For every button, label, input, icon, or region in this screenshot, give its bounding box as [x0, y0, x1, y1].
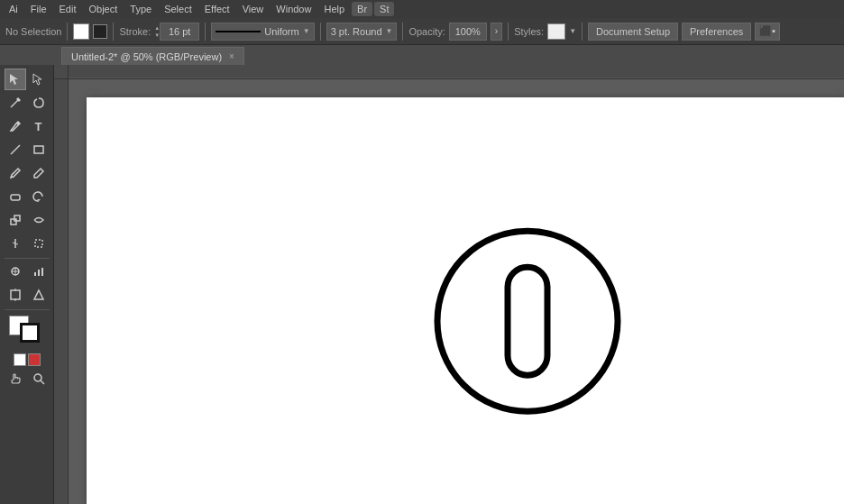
document-tab[interactable]: Untitled-2* @ 50% (RGB/Preview) ×	[61, 47, 244, 65]
svg-rect-14	[35, 240, 42, 247]
opacity-expand-btn[interactable]: ›	[491, 23, 502, 41]
tool-row-6	[2, 186, 51, 207]
tool-row-4	[2, 139, 51, 160]
separator-4	[320, 23, 321, 41]
stroke-type-label: Uniform	[264, 26, 299, 37]
none-swatch[interactable]	[14, 353, 26, 366]
color-swatch-small[interactable]	[28, 353, 41, 366]
tool-row-hand-zoom	[2, 368, 51, 389]
line-tool[interactable]	[5, 139, 26, 160]
arrange-button[interactable]: ⬛▪	[755, 23, 780, 41]
menu-st[interactable]: St	[374, 2, 394, 16]
menu-type[interactable]: Type	[124, 2, 157, 16]
scale-tool[interactable]	[5, 209, 26, 231]
round-arrow: ▼	[386, 27, 393, 35]
svg-line-5	[11, 145, 20, 154]
menu-view[interactable]: View	[237, 2, 270, 16]
slice-tool[interactable]	[28, 284, 50, 306]
separator-2	[113, 23, 114, 41]
separator-7	[582, 23, 583, 41]
menu-file[interactable]: File	[25, 2, 52, 16]
tab-title: Untitled-2* @ 50% (RGB/Preview)	[71, 51, 222, 62]
svg-rect-8	[11, 195, 20, 200]
eraser-tool[interactable]	[5, 186, 26, 207]
svg-marker-0	[10, 74, 18, 85]
preferences-button[interactable]: Preferences	[682, 23, 751, 41]
tool-separator-2	[5, 309, 50, 310]
fill-color-swatch[interactable]	[73, 23, 89, 40]
tool-row-9	[2, 261, 51, 282]
menu-edit[interactable]: Edit	[54, 2, 82, 16]
menu-object[interactable]: Object	[83, 2, 123, 16]
svg-rect-11	[14, 215, 20, 221]
hand-tool[interactable]	[5, 368, 26, 389]
pencil-tool[interactable]	[28, 162, 50, 184]
zoom-tool[interactable]	[28, 368, 50, 389]
free-transform-tool[interactable]	[28, 233, 50, 254]
stroke-line-preview	[216, 31, 261, 32]
artboard-tool[interactable]	[5, 284, 26, 306]
tool-row-5	[2, 162, 51, 184]
magic-wand-tool[interactable]	[5, 92, 26, 114]
stroke-type-dropdown[interactable]: Uniform ▼	[211, 23, 314, 41]
lasso-tool[interactable]	[28, 92, 50, 114]
symbol-tool[interactable]	[5, 261, 26, 282]
svg-rect-29	[508, 267, 547, 375]
tab-close-button[interactable]: ×	[229, 51, 234, 61]
stroke-swatch[interactable]	[20, 323, 40, 343]
svg-rect-20	[41, 268, 43, 276]
svg-point-25	[34, 374, 41, 381]
menu-effect[interactable]: Effect	[199, 2, 235, 16]
tool-row-2	[2, 92, 51, 114]
round-dropdown[interactable]: 3 pt. Round ▼	[326, 23, 398, 41]
direct-selection-tool[interactable]	[28, 69, 50, 90]
chart-tool[interactable]	[28, 261, 50, 282]
svg-rect-19	[38, 270, 40, 276]
round-label: 3 pt. Round	[331, 26, 382, 37]
rectangle-tool[interactable]	[28, 139, 50, 160]
stroke-value-input[interactable]	[160, 23, 199, 41]
svg-rect-10	[11, 219, 16, 225]
color-tools	[2, 316, 51, 348]
no-selection-label: No Selection	[5, 26, 61, 37]
svg-point-7	[11, 176, 13, 178]
main-area: T	[0, 65, 844, 504]
type-tool[interactable]: T	[28, 115, 50, 137]
menu-help[interactable]: Help	[318, 2, 350, 16]
pen-tool[interactable]	[5, 115, 26, 137]
paintbrush-tool[interactable]	[5, 162, 26, 184]
pasteboard	[69, 79, 844, 504]
svg-marker-1	[33, 74, 41, 85]
stroke-color-swatch[interactable]	[93, 24, 107, 39]
document-setup-button[interactable]: Document Setup	[588, 23, 678, 41]
left-toolbar: T	[0, 65, 54, 504]
separator-5	[402, 23, 403, 41]
svg-rect-18	[34, 272, 36, 276]
svg-rect-21	[11, 290, 20, 299]
menu-br[interactable]: Br	[352, 2, 372, 16]
separator-6	[508, 23, 509, 41]
width-tool[interactable]	[5, 233, 26, 254]
tool-row-7	[2, 209, 51, 231]
styles-swatch[interactable]	[547, 23, 565, 40]
tool-row-10	[2, 284, 51, 306]
menu-select[interactable]: Select	[159, 2, 197, 16]
artwork-container	[424, 217, 631, 426]
tool-separator-1	[5, 258, 50, 259]
svg-line-26	[41, 380, 44, 384]
ruler-corner	[54, 65, 69, 79]
opacity-input[interactable]	[449, 23, 487, 41]
tool-row-3: T	[2, 115, 51, 137]
warp-tool[interactable]	[28, 209, 50, 231]
svg-rect-6	[34, 146, 43, 153]
svg-point-28	[437, 231, 618, 411]
separator-3	[205, 23, 206, 41]
menu-ai[interactable]: Ai	[4, 2, 23, 16]
menu-window[interactable]: Window	[271, 2, 316, 16]
artboard	[87, 97, 844, 504]
stroke-label: Stroke:	[119, 26, 151, 37]
top-toolbar: No Selection Stroke: ▲ ▼ Uniform ▼ 3 pt.…	[0, 18, 844, 45]
selection-tool[interactable]	[5, 69, 26, 90]
rotate-tool[interactable]	[28, 186, 50, 207]
svg-marker-24	[34, 290, 43, 299]
